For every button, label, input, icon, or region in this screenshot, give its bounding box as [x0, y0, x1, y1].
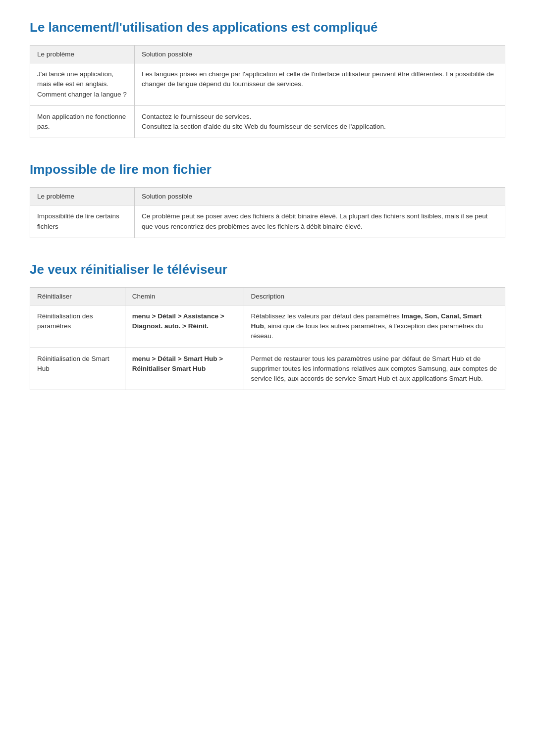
table3-header-desc: Description	[244, 287, 505, 305]
section-applications-table: Le problème Solution possible J'ai lancé…	[30, 45, 505, 138]
table-row: Mon application ne fonctionne pas. Conta…	[30, 105, 505, 138]
table2-row1-solution: Ce problème peut se poser avec des fichi…	[134, 205, 505, 238]
table3-row1-reset: Réinitialisation des paramètres	[30, 305, 125, 348]
table-row: Impossibilité de lire certains fichiers …	[30, 205, 505, 238]
table-row: Réinitialisation de Smart Hub menu > Dét…	[30, 348, 505, 390]
table3-row2-reset: Réinitialisation de Smart Hub	[30, 348, 125, 390]
table3-header-reset: Réinitialiser	[30, 287, 125, 305]
section-fichier-title: Impossible de lire mon fichier	[30, 162, 505, 177]
table2-header-solution: Solution possible	[134, 188, 505, 205]
path-text-1: menu > Détail > Assistance > Diagnost. a…	[132, 312, 224, 330]
table1-row1-problem: J'ai lancé une application, mais elle es…	[30, 63, 135, 106]
table1-header-solution: Solution possible	[134, 46, 505, 63]
reset-label-2: Réinitialisation de Smart Hub	[37, 355, 109, 372]
table1-row1-solution: Les langues prises en charge par l'appli…	[134, 63, 505, 106]
table1-row2-solution: Contactez le fournisseur de services.Con…	[134, 105, 505, 138]
section-applications: Le lancement/l'utilisation des applicati…	[30, 20, 505, 138]
table-row: Réinitialisation des paramètres menu > D…	[30, 305, 505, 348]
section-reinitialiser-title: Je veux réinitialiser le téléviseur	[30, 262, 505, 277]
reset-label-1: Réinitialisation des paramètres	[37, 312, 93, 330]
table-row: J'ai lancé une application, mais elle es…	[30, 63, 505, 106]
table2-row1-problem: Impossibilité de lire certains fichiers	[30, 205, 135, 238]
section-fichier-table: Le problème Solution possible Impossibil…	[30, 187, 505, 238]
table3-row2-path: menu > Détail > Smart Hub > Réinitialise…	[125, 348, 244, 390]
table1-row2-problem: Mon application ne fonctionne pas.	[30, 105, 135, 138]
section-applications-title: Le lancement/l'utilisation des applicati…	[30, 20, 505, 35]
table3-row2-desc: Permet de restaurer tous les paramètres …	[244, 348, 505, 390]
section-reinitialiser: Je veux réinitialiser le téléviseur Réin…	[30, 262, 505, 391]
table3-header-path: Chemin	[125, 287, 244, 305]
section-fichier: Impossible de lire mon fichier Le problè…	[30, 162, 505, 238]
table1-header-problem: Le problème	[30, 46, 135, 63]
table2-header-problem: Le problème	[30, 188, 135, 205]
section-reinitialiser-table: Réinitialiser Chemin Description Réiniti…	[30, 287, 505, 391]
table3-row1-desc: Rétablissez les valeurs par défaut des p…	[244, 305, 505, 348]
desc1-bold-terms: Image, Son, Canal, Smart Hub	[251, 312, 482, 330]
table3-row1-path: menu > Détail > Assistance > Diagnost. a…	[125, 305, 244, 348]
path-text-2: menu > Détail > Smart Hub > Réinitialise…	[132, 355, 223, 372]
